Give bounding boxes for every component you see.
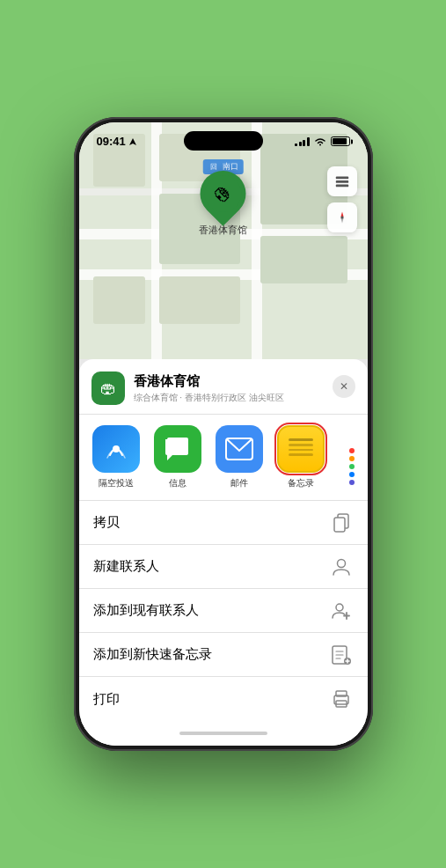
share-row: 隔空投送 信息	[79, 415, 368, 501]
svg-point-9	[337, 559, 345, 567]
map-controls	[327, 166, 357, 232]
mail-envelope-icon	[225, 438, 253, 460]
map-pin-icon: 🏟	[209, 180, 236, 207]
status-icons	[295, 136, 350, 146]
notes-lines	[283, 431, 318, 460]
map-pin-inner: 🏟	[205, 175, 242, 212]
messages-label: 信息	[169, 477, 186, 489]
mail-label: 邮件	[230, 477, 248, 489]
map-area: 回 南口 🏟 香港体育馆	[79, 122, 368, 359]
messages-icon-wrap	[154, 425, 201, 473]
map-layers-button[interactable]	[327, 166, 357, 196]
action-add-to-notes[interactable]: 添加到新快速备忘录	[79, 633, 368, 677]
add-to-notes-icon	[329, 643, 354, 667]
print-label: 打印	[93, 691, 120, 708]
more-options[interactable]	[334, 425, 368, 489]
printer-icon	[332, 690, 351, 708]
wifi-icon	[314, 137, 326, 146]
svg-point-4	[340, 216, 343, 218]
svg-rect-3	[335, 185, 347, 188]
copy-document-icon	[333, 513, 350, 533]
add-to-contact-icon	[329, 599, 354, 623]
phone-screen: 09:41	[79, 122, 368, 746]
airdrop-label: 隔空投送	[99, 477, 134, 489]
action-new-contact[interactable]: 新建联系人	[79, 545, 368, 589]
place-name: 香港体育馆	[134, 373, 355, 390]
notes-label: 备忘录	[288, 477, 314, 489]
notes-icon-wrap	[277, 425, 325, 473]
map-pin: 🏟	[191, 161, 256, 226]
home-bar	[179, 732, 267, 735]
svg-rect-1	[335, 177, 347, 180]
location-name: 南口	[223, 162, 238, 171]
place-subtitle: 综合体育馆 · 香港特别行政区 油尖旺区	[134, 392, 355, 404]
share-item-mail[interactable]: 邮件	[211, 425, 267, 489]
note-add-icon	[332, 645, 351, 665]
home-indicator	[79, 721, 368, 746]
map-compass-button[interactable]	[327, 202, 357, 232]
compass-icon	[335, 210, 349, 224]
phone-shell: 09:41	[74, 117, 373, 751]
layers-icon	[334, 173, 350, 189]
svg-point-10	[336, 604, 343, 611]
person-add-icon	[331, 601, 352, 621]
copy-label: 拷贝	[93, 514, 120, 531]
action-add-to-contact[interactable]: 添加到现有联系人	[79, 589, 368, 633]
share-item-airdrop[interactable]: 隔空投送	[88, 425, 144, 489]
new-contact-label: 新建联系人	[93, 558, 159, 575]
share-item-messages[interactable]: 信息	[150, 425, 206, 489]
map-pin-container: 🏟 香港体育馆	[199, 171, 247, 237]
person-icon	[332, 557, 351, 577]
bottom-sheet: 🏟 香港体育馆 综合体育馆 · 香港特别行政区 油尖旺区 ✕	[79, 359, 368, 746]
action-copy[interactable]: 拷贝	[79, 501, 368, 545]
place-icon: 🏟	[91, 371, 125, 405]
location-icon	[128, 137, 137, 146]
share-item-notes[interactable]: 备忘录	[273, 425, 329, 489]
print-icon	[329, 687, 354, 711]
add-to-notes-label: 添加到新快速备忘录	[93, 646, 212, 663]
messages-bubble-icon	[164, 436, 192, 462]
airdrop-waves-icon	[103, 436, 129, 462]
battery-icon	[331, 136, 350, 146]
new-contact-icon	[329, 555, 354, 579]
signal-bars	[295, 137, 310, 146]
place-header: 🏟 香港体育馆 综合体育馆 · 香港特别行政区 油尖旺区 ✕	[79, 359, 368, 415]
svg-rect-2	[335, 180, 347, 183]
add-to-contact-label: 添加到现有联系人	[93, 602, 199, 619]
close-button[interactable]: ✕	[333, 375, 355, 398]
action-print[interactable]: 打印	[79, 677, 368, 721]
status-time: 09:41	[97, 135, 126, 148]
dynamic-island	[184, 131, 263, 151]
svg-rect-8	[334, 518, 345, 532]
airdrop-icon	[92, 425, 140, 473]
copy-icon	[329, 511, 354, 535]
mail-icon-wrap	[216, 425, 263, 473]
svg-marker-0	[129, 138, 136, 145]
place-info: 香港体育馆 综合体育馆 · 香港特别行政区 油尖旺区	[134, 373, 355, 404]
